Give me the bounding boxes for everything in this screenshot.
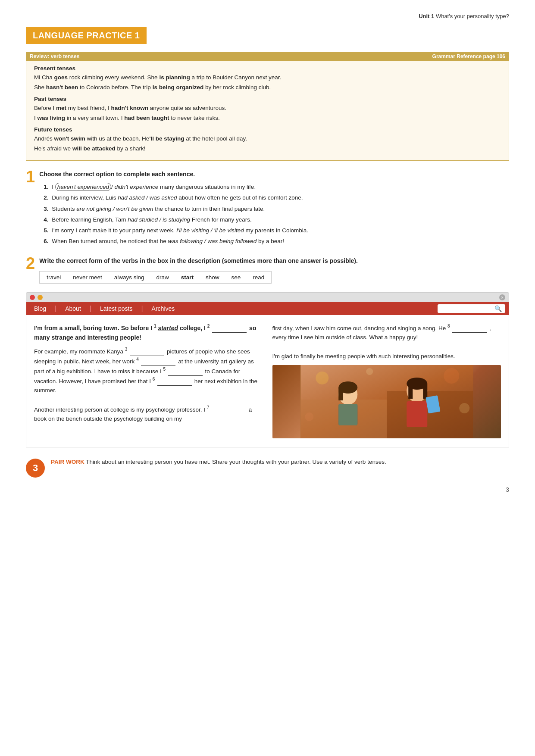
exercise-3-instruction: Think about an interesting person you ha… xyxy=(86,459,386,465)
blog-photo xyxy=(272,365,501,438)
list-item: 5. I'm sorry I can't make it to your par… xyxy=(44,226,308,235)
nav-item-blog[interactable]: Blog xyxy=(26,302,54,315)
svg-point-15 xyxy=(316,372,329,384)
blog-left-column: I'm from a small, boring town. So before… xyxy=(34,323,263,438)
svg-rect-12 xyxy=(423,384,427,399)
nav-item-about[interactable]: About xyxy=(57,302,89,315)
grammar-future-title: Future tenses xyxy=(34,126,501,133)
exercise-1-number: 1 xyxy=(26,170,35,185)
word-item: see xyxy=(232,274,241,281)
nav-search-box[interactable]: 🔍 xyxy=(438,304,505,313)
blog-right-para2: I'm glad to finally be meeting people wi… xyxy=(272,352,501,361)
blog-intro: I'm from a small, boring town. So before… xyxy=(34,323,263,342)
exercise-3-text: PAIR WORK Think about an interesting per… xyxy=(51,458,386,467)
exercise-2-instruction: Write the correct form of the verbs in t… xyxy=(39,257,358,266)
search-input[interactable] xyxy=(441,306,493,312)
grammar-past-line2: I was living in a very small town. I had… xyxy=(34,114,501,123)
svg-point-17 xyxy=(459,403,469,413)
word-item: read xyxy=(253,274,264,281)
svg-rect-6 xyxy=(338,387,343,400)
nav-item-archives[interactable]: Archives xyxy=(144,302,183,315)
page-number: 3 xyxy=(26,486,509,493)
nav-separator: | xyxy=(89,305,92,312)
grammar-box: Review: verb tenses Grammar Reference pa… xyxy=(26,52,509,161)
list-item: 1. I haven't experienced/ didn't experie… xyxy=(44,183,308,191)
search-icon[interactable]: 🔍 xyxy=(494,305,502,312)
grammar-future-line1: Andrés won't swim with us at the beach. … xyxy=(34,134,501,144)
grammar-box-header: Review: verb tenses Grammar Reference pa… xyxy=(26,52,509,61)
blog-para1: For example, my roommate Kanya 3 picture… xyxy=(34,346,263,395)
section-title: LANGUAGE PRACTICE 1 xyxy=(26,27,147,44)
svg-rect-8 xyxy=(338,404,357,425)
word-item: start xyxy=(181,274,194,281)
close-icon[interactable]: × xyxy=(499,294,505,300)
nav-item-latest-posts[interactable]: Latest posts xyxy=(92,302,141,315)
svg-rect-13 xyxy=(407,401,427,427)
grammar-present-line2: She hasn't been to Colorado before. The … xyxy=(34,83,501,92)
unit-title: What's your personality type? xyxy=(436,13,509,19)
blog-right-para1: first day, when I saw him come out, danc… xyxy=(272,323,501,342)
exercise-2-number: 2 xyxy=(26,257,35,272)
svg-point-18 xyxy=(305,412,313,421)
grammar-past-title: Past tenses xyxy=(34,96,501,102)
grammar-present-line1: Mi Cha goes rock climbing every weekend.… xyxy=(34,73,501,82)
exercise-1-list: 1. I haven't experienced/ didn't experie… xyxy=(39,183,308,246)
exercise-1: 1 Choose the correct option to complete … xyxy=(26,170,509,248)
list-item: 6. When Ben turned around, he noticed th… xyxy=(44,237,308,246)
blog-right-column: first day, when I saw him come out, danc… xyxy=(272,323,501,438)
nav-separator: | xyxy=(140,305,144,312)
browser-window: × Blog | About | Latest posts | Archives… xyxy=(26,292,509,447)
page-header: Unit 1 What's your personality type? xyxy=(26,13,509,19)
grammar-future-line2: He's afraid we will be attacked by a sha… xyxy=(34,144,501,153)
list-item: 2. During his interview, Luis had asked … xyxy=(44,194,308,202)
list-item: 4. Before learning English, Tam had stud… xyxy=(44,216,308,224)
svg-point-16 xyxy=(444,368,459,384)
browser-dot-red xyxy=(30,295,35,300)
grammar-review-label: Review: verb tenses xyxy=(30,53,79,59)
nav-separator: | xyxy=(54,305,57,312)
grammar-past-line1: Before I met my best friend, I hadn't kn… xyxy=(34,104,501,113)
browser-dot-yellow xyxy=(38,295,43,300)
word-item: show xyxy=(206,274,219,281)
unit-number: Unit 1 xyxy=(419,13,434,19)
word-item: draw xyxy=(156,274,169,281)
grammar-present-title: Present tenses xyxy=(34,65,501,72)
nav-bar: Blog | About | Latest posts | Archives 🔍 xyxy=(26,302,509,315)
browser-bar: × xyxy=(26,292,509,302)
svg-point-19 xyxy=(366,368,373,375)
svg-rect-11 xyxy=(408,384,413,399)
grammar-reference-label: Grammar Reference page 106 xyxy=(432,53,505,59)
pair-work-label: PAIR WORK xyxy=(51,459,84,465)
circled-option: haven't experienced xyxy=(55,183,111,191)
word-item: always sing xyxy=(114,274,144,281)
word-item: travel xyxy=(47,274,61,281)
blog-content: I'm from a small, boring town. So before… xyxy=(26,315,509,447)
word-box: travel never meet always sing draw start… xyxy=(39,271,272,284)
list-item: 3. Students are not giving / won't be gi… xyxy=(44,205,308,213)
blog-para2: Another interesting person at college is… xyxy=(34,404,263,424)
exercise-2: 2 Write the correct form of the verbs in… xyxy=(26,257,509,284)
exercise-3: 3 PAIR WORK Think about an interesting p… xyxy=(26,458,509,478)
word-item: never meet xyxy=(73,274,102,281)
exercise-3-icon: 3 xyxy=(26,459,45,478)
exercise-1-instruction: Choose the correct option to complete ea… xyxy=(39,170,308,179)
